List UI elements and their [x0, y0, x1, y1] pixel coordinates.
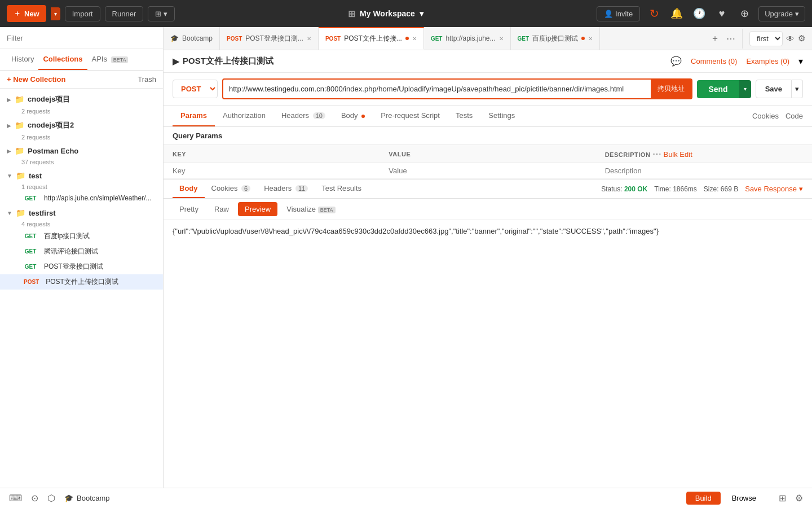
find-replace-icon[interactable]: ⊙: [31, 493, 38, 503]
resp-tab-cookies[interactable]: Cookies 6: [205, 179, 258, 198]
filter-input[interactable]: [7, 34, 156, 42]
examples-link[interactable]: Examples (0): [746, 57, 789, 65]
status-value: 200 OK: [624, 185, 647, 193]
value-cell[interactable]: [379, 163, 595, 179]
tabs-env-bar: 🎓 Bootcamp POST POST登录接口测... ✕ POST POST…: [164, 27, 812, 50]
invite-button[interactable]: 👤 Invite: [597, 6, 640, 21]
new-button[interactable]: ＋ New: [7, 5, 46, 22]
upgrade-button[interactable]: Upgrade ▾: [758, 6, 805, 21]
tab-apis[interactable]: APIs BETA: [87, 49, 133, 70]
resp-view-raw[interactable]: Raw: [208, 202, 236, 216]
import-button[interactable]: Import: [65, 6, 100, 21]
resp-view-pretty[interactable]: Pretty: [173, 202, 205, 216]
url-input-wrapper: 拷贝地址: [222, 78, 692, 99]
list-item[interactable]: GET http://apis.juhe.cn/simpleWeather/..…: [0, 191, 163, 205]
add-icon[interactable]: ⊕: [736, 5, 753, 22]
eye-icon[interactable]: 👁: [786, 34, 795, 43]
more-tabs-button[interactable]: ⋯: [724, 32, 738, 45]
layout-toggle-icon[interactable]: ⊞: [779, 493, 786, 503]
build-tab[interactable]: Build: [686, 492, 721, 505]
tab-headers[interactable]: Headers 10: [273, 106, 333, 126]
sync-button[interactable]: ↻: [646, 5, 663, 22]
collection-header-cnodejs2[interactable]: ▶ 📁 cnodejs项目2: [0, 117, 163, 134]
notification-bell-icon[interactable]: 🔔: [668, 5, 685, 22]
tab-bootcamp[interactable]: 🎓 Bootcamp: [164, 27, 220, 50]
beta-tag: BETA: [318, 207, 336, 213]
workspace-selector[interactable]: ⊞ My Workspace ▾: [179, 8, 592, 19]
tab-collections[interactable]: Collections: [38, 49, 87, 70]
new-dropdown-arrow[interactable]: ▾: [51, 7, 60, 20]
send-button-group: Send ▾: [697, 80, 751, 98]
environment-select[interactable]: first: [749, 31, 783, 46]
runner-icon[interactable]: ⬡: [47, 493, 55, 503]
key-cell[interactable]: [164, 163, 379, 179]
more-options-button[interactable]: ⋯: [652, 148, 661, 159]
heart-icon[interactable]: ♥: [713, 5, 730, 22]
resp-tab-headers[interactable]: Headers 11: [257, 179, 315, 198]
bulk-edit-button[interactable]: Bulk Edit: [663, 150, 692, 159]
settings-icon[interactable]: ⚙: [795, 493, 803, 503]
method-select[interactable]: POST: [173, 80, 218, 98]
new-collection-button[interactable]: + New Collection: [7, 75, 65, 84]
save-dropdown-button[interactable]: ▾: [792, 80, 803, 98]
settings-icon[interactable]: ⚙: [798, 33, 805, 43]
description-input[interactable]: [605, 167, 803, 175]
close-icon[interactable]: ✕: [307, 36, 311, 42]
value-input[interactable]: [389, 167, 586, 175]
bootcamp-link[interactable]: 🎓 Bootcamp: [64, 494, 110, 502]
send-button[interactable]: Send: [697, 80, 739, 98]
resp-view-visualize[interactable]: Visualize BETA: [280, 202, 342, 216]
tab-get-apis[interactable]: GET http://apis.juhe... ✕: [424, 27, 511, 50]
console-icon[interactable]: ⌨: [9, 493, 22, 503]
resp-view-preview[interactable]: Preview: [238, 202, 277, 216]
tab-post-upload[interactable]: POST POST文件上传接... ✕: [319, 27, 424, 50]
tab-settings[interactable]: Settings: [480, 106, 523, 126]
paste-url-button[interactable]: 拷贝地址: [651, 80, 691, 98]
resp-tab-test-results[interactable]: Test Results: [315, 179, 368, 198]
collection-header-cnodejs[interactable]: ▶ 📁 cnodejs项目: [0, 91, 163, 108]
layout-button[interactable]: ⊞ ▾: [148, 6, 175, 21]
resp-tab-body[interactable]: Body: [173, 179, 205, 198]
collection-header-test[interactable]: ▼ 📁 test: [0, 168, 163, 183]
history-icon[interactable]: 🕐: [691, 5, 708, 22]
sidebar: History Collections APIs BETA + New Coll…: [0, 27, 164, 488]
code-link[interactable]: Code: [785, 112, 803, 120]
size-label: Size: 669 B: [704, 185, 738, 193]
tab-history[interactable]: History: [7, 49, 38, 70]
tab-params[interactable]: Params: [173, 106, 215, 126]
tab-get-baidu[interactable]: GET 百度ip接口测试 ✕: [511, 27, 601, 50]
response-tabs-bar: Body Cookies 6 Headers 11 Test Results: [164, 179, 812, 199]
tab-tests[interactable]: Tests: [448, 106, 480, 126]
response-panel: Body Cookies 6 Headers 11 Test Results: [164, 179, 812, 242]
tab-pre-request[interactable]: Pre-request Script: [373, 106, 448, 126]
close-icon[interactable]: ✕: [499, 36, 504, 42]
key-input[interactable]: [173, 167, 370, 175]
runner-button[interactable]: Runner: [105, 6, 144, 21]
list-item[interactable]: GET POST登录接口测试: [0, 259, 163, 274]
url-input[interactable]: [223, 81, 651, 97]
close-icon[interactable]: ✕: [412, 36, 417, 42]
comments-link[interactable]: Comments (0): [691, 57, 737, 65]
save-response-button[interactable]: Save Response ▾: [745, 185, 803, 193]
send-dropdown-button[interactable]: ▾: [739, 80, 751, 98]
add-tab-button[interactable]: ＋: [708, 32, 722, 46]
collection-header-echo[interactable]: ▶ 📁 Postman Echo: [0, 143, 163, 159]
cookies-link[interactable]: Cookies: [752, 112, 779, 120]
save-button[interactable]: Save: [756, 80, 792, 98]
response-body: {"url":"\/public\/upload\/user\/8\/head_…: [164, 220, 812, 242]
description-cell[interactable]: [596, 163, 812, 179]
status-label: Status: 200 OK: [601, 185, 647, 193]
list-item[interactable]: GET 腾讯评论接口测试: [0, 244, 163, 259]
list-item-active[interactable]: POST POST文件上传接口测试: [0, 274, 163, 290]
collection-postman-echo: ▶ 📁 Postman Echo 37 requests: [0, 143, 163, 168]
cookies-count: 6: [241, 185, 250, 192]
tab-post-login[interactable]: POST POST登录接口测... ✕: [220, 27, 319, 50]
collection-header-testfirst[interactable]: ▼ 📁 testfirst: [0, 205, 163, 221]
list-item[interactable]: GET 百度ip接口测试: [0, 229, 163, 244]
folder-icon: 📁: [15, 146, 24, 155]
tab-body[interactable]: Body: [333, 106, 373, 126]
browse-tab[interactable]: Browse: [723, 492, 765, 505]
trash-button[interactable]: Trash: [138, 75, 156, 84]
close-icon[interactable]: ✕: [588, 36, 593, 42]
tab-authorization[interactable]: Authorization: [215, 106, 273, 126]
